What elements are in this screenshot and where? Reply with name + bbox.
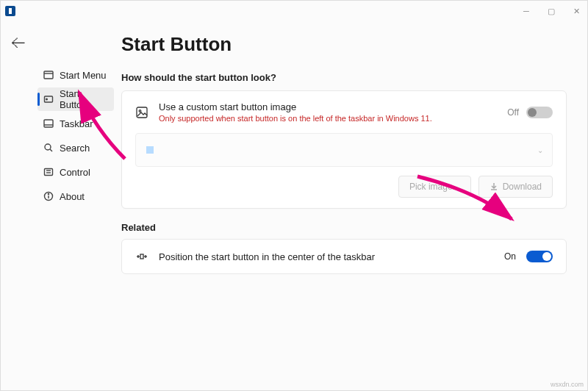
svg-rect-5 <box>44 120 53 127</box>
svg-rect-15 <box>137 107 147 118</box>
sidebar-item-label: Control <box>60 167 90 178</box>
sidebar-item-start-button[interactable]: Start Button <box>37 87 114 111</box>
sidebar-item-taskbar[interactable]: Taskbar <box>37 112 114 135</box>
option-subtext: Only supported when start button is on t… <box>159 114 497 123</box>
svg-rect-9 <box>45 169 53 176</box>
svg-point-4 <box>46 98 48 100</box>
toggle-off-label: Off <box>507 107 519 118</box>
sidebar-item-label: Taskbar <box>60 118 93 129</box>
sidebar-item-about[interactable]: About <box>37 184 114 208</box>
sidebar: Start Menu Start Button Taskbar Search C… <box>36 21 115 390</box>
pick-image-button[interactable]: Pick image... <box>398 176 471 198</box>
taskbar-icon <box>43 118 54 129</box>
sidebar-item-label: About <box>60 191 85 202</box>
close-button[interactable]: ✕ <box>570 7 583 16</box>
image-thumb <box>146 146 154 154</box>
image-select-box[interactable]: ⌄ <box>135 133 553 167</box>
image-icon <box>135 106 148 119</box>
related-item-label: Position the start button in the center … <box>159 251 494 262</box>
back-button[interactable]: 🡠 <box>11 35 26 390</box>
svg-point-14 <box>48 193 49 194</box>
app-window: ─ ▢ ✕ 🡠 Start Menu Start Button Taskbar <box>0 0 588 391</box>
sidebar-item-control[interactable]: Control <box>37 160 114 184</box>
button-label: Pick image... <box>409 182 460 192</box>
app-icon <box>5 6 15 16</box>
custom-image-toggle[interactable] <box>526 107 553 118</box>
watermark: wsxdn.com <box>551 381 584 388</box>
custom-image-card: Use a custom start button image Only sup… <box>121 90 567 209</box>
svg-point-16 <box>139 110 141 112</box>
svg-rect-1 <box>44 71 53 79</box>
sidebar-item-start-menu[interactable]: Start Menu <box>37 63 114 87</box>
maximize-button[interactable]: ▢ <box>545 7 558 16</box>
menu-icon <box>43 70 54 80</box>
toggle-on-label: On <box>504 251 516 262</box>
svg-line-8 <box>50 149 52 151</box>
sidebar-item-label: Search <box>60 143 90 154</box>
titlebar: ─ ▢ ✕ <box>1 1 587 21</box>
center-position-toggle[interactable] <box>526 251 553 262</box>
button-label: Download <box>503 182 542 192</box>
main-content: Start Button How should the start button… <box>115 21 587 390</box>
chevron-down-icon: ⌄ <box>537 146 543 154</box>
section-heading: How should the start button look? <box>121 72 567 83</box>
related-card: Position the start button in the center … <box>121 239 567 274</box>
svg-rect-18 <box>140 254 143 259</box>
minimize-button[interactable]: ─ <box>520 7 533 16</box>
sidebar-item-search[interactable]: Search <box>37 136 114 159</box>
option-title: Use a custom start button image <box>159 101 497 112</box>
search-icon <box>43 143 54 153</box>
position-icon <box>135 250 148 263</box>
related-heading: Related <box>121 222 567 233</box>
download-button[interactable]: Download <box>478 176 553 198</box>
svg-rect-0 <box>9 8 12 14</box>
download-icon <box>490 182 498 191</box>
svg-point-7 <box>45 144 51 150</box>
page-title: Start Button <box>121 33 567 56</box>
sidebar-item-label: Start Menu <box>60 70 107 81</box>
info-icon <box>43 191 54 201</box>
control-icon <box>43 167 54 177</box>
button-icon <box>43 94 54 104</box>
body: 🡠 Start Menu Start Button Taskbar Search <box>1 21 587 390</box>
sidebar-item-label: Start Button <box>60 88 108 110</box>
